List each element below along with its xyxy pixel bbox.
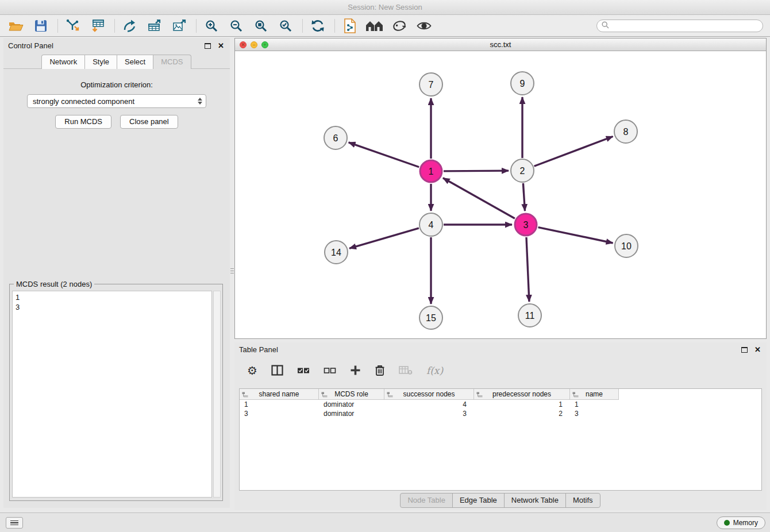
column-header-icon: [387, 391, 393, 399]
table-settings-gear-icon[interactable]: ⚙: [247, 365, 257, 376]
close-panel-button[interactable]: Close panel: [120, 115, 178, 129]
tab-network[interactable]: Network: [41, 55, 85, 69]
zoom-out-icon[interactable]: [227, 17, 245, 35]
toolbar-separator: [334, 19, 335, 33]
tab-node-table[interactable]: Node Table: [400, 493, 453, 508]
tab-network-table[interactable]: Network Table: [504, 493, 566, 508]
column-header-icon: [476, 391, 483, 399]
column-header-icon: [242, 391, 248, 399]
node-14[interactable]: 14: [325, 241, 348, 264]
float-table-panel-icon[interactable]: [741, 347, 748, 353]
maximize-window-icon[interactable]: [261, 41, 268, 48]
zoom-selected-icon[interactable]: [276, 17, 295, 35]
optimization-label: Optimization criterion:: [3, 80, 230, 89]
close-panel-icon[interactable]: [218, 42, 224, 49]
node-9[interactable]: 9: [511, 72, 534, 95]
delete-column-icon[interactable]: [375, 364, 385, 376]
cell-predecessor-nodes[interactable]: 2: [474, 409, 570, 418]
edge-2-8[interactable]: [534, 136, 613, 166]
column-header-mcds-role[interactable]: MCDS role: [319, 389, 384, 400]
run-mcds-button[interactable]: Run MCDS: [55, 115, 111, 129]
refresh-icon[interactable]: [309, 17, 327, 35]
import-network-icon[interactable]: [64, 17, 82, 35]
save-session-icon[interactable]: [32, 17, 50, 35]
close-window-icon[interactable]: [240, 41, 247, 48]
edge-3-1[interactable]: [443, 178, 515, 218]
node-4[interactable]: 4: [419, 213, 442, 236]
edge-2-3[interactable]: [523, 183, 525, 211]
toolbar-separator: [196, 19, 197, 33]
minimize-window-icon[interactable]: [251, 41, 257, 48]
cell-shared-name[interactable]: 3: [240, 409, 319, 418]
column-header-successor-nodes[interactable]: successor nodes: [384, 389, 474, 400]
node-15[interactable]: 15: [419, 306, 442, 329]
float-panel-icon[interactable]: [205, 43, 211, 49]
node-8[interactable]: 8: [614, 120, 637, 143]
cell-predecessor-nodes[interactable]: 1: [474, 400, 570, 409]
tab-motifs[interactable]: Motifs: [565, 493, 600, 508]
svg-text:1: 1: [429, 167, 434, 176]
export-image-icon[interactable]: [170, 17, 188, 35]
column-header-predecessor-nodes[interactable]: predecessor nodes: [474, 389, 570, 400]
tab-mcds[interactable]: MCDS: [153, 55, 191, 69]
show-columns-icon[interactable]: [271, 365, 283, 376]
column-header-name[interactable]: name: [570, 389, 619, 400]
edge-1-6[interactable]: [349, 142, 419, 167]
tab-edge-table[interactable]: Edge Table: [452, 493, 505, 508]
search-box[interactable]: [596, 20, 763, 32]
add-column-icon[interactable]: [350, 365, 361, 376]
node-7[interactable]: 7: [419, 73, 442, 96]
cell-successor-nodes[interactable]: 3: [384, 409, 474, 418]
optimization-dropdown[interactable]: strongly connected component: [27, 94, 206, 108]
edge-1-2[interactable]: [444, 171, 509, 171]
table-row[interactable]: 3 dominator 3 2 3: [240, 409, 761, 418]
style-palette-icon[interactable]: [390, 17, 409, 35]
tab-select[interactable]: Select: [117, 55, 153, 69]
zoom-fit-icon[interactable]: [252, 17, 270, 35]
tab-style[interactable]: Style: [84, 55, 117, 69]
import-table-icon[interactable]: [88, 17, 107, 35]
first-neighbors-icon[interactable]: [365, 17, 384, 35]
application-window: Session: New Session: [0, 0, 770, 532]
eye-icon[interactable]: [415, 17, 433, 35]
node-10[interactable]: 10: [615, 234, 638, 257]
select-all-icon[interactable]: [297, 367, 310, 375]
svg-text:4: 4: [429, 220, 434, 230]
column-header-icon: [321, 391, 328, 399]
mcds-result-list[interactable]: 1 3: [12, 291, 212, 498]
network-graph[interactable]: 7968124314101511: [235, 51, 766, 338]
node-1[interactable]: 1: [420, 160, 442, 182]
deselect-all-icon[interactable]: [324, 367, 336, 375]
close-table-panel-icon[interactable]: [754, 346, 761, 353]
delete-table-icon[interactable]: [399, 365, 413, 375]
cell-name[interactable]: 3: [570, 409, 619, 418]
export-network-icon[interactable]: [121, 17, 139, 35]
function-builder-icon[interactable]: f(x): [426, 365, 443, 376]
node-2[interactable]: 2: [511, 159, 534, 182]
zoom-in-icon[interactable]: [202, 17, 221, 35]
cell-successor-nodes[interactable]: 4: [384, 400, 474, 409]
cell-mcds-role[interactable]: dominator: [319, 409, 384, 418]
edge-3-10[interactable]: [538, 228, 613, 243]
export-table-icon[interactable]: [145, 17, 164, 35]
window-title: Session: New Session: [348, 3, 422, 11]
search-input[interactable]: [612, 22, 758, 30]
node-3[interactable]: 3: [515, 214, 537, 236]
table-row[interactable]: 1 dominator 4 1 1: [240, 400, 761, 409]
table-tabs: Node Table Edge Table Network Table Moti…: [234, 493, 767, 508]
node-11[interactable]: 11: [518, 304, 541, 327]
network-document-icon[interactable]: [341, 17, 359, 35]
task-history-button[interactable]: [6, 517, 23, 529]
cell-mcds-role[interactable]: dominator: [319, 400, 384, 409]
memory-button[interactable]: Memory: [717, 516, 765, 529]
toolbar-separator: [57, 19, 58, 33]
edge-3-11[interactable]: [526, 237, 529, 302]
result-scrollbar[interactable]: [213, 291, 221, 498]
column-header-shared-name[interactable]: shared name: [240, 389, 319, 400]
edge-4-14[interactable]: [349, 228, 419, 248]
cell-name[interactable]: 1: [570, 400, 619, 409]
panel-splitter[interactable]: [230, 264, 234, 277]
node-6[interactable]: 6: [324, 126, 347, 149]
cell-shared-name[interactable]: 1: [240, 400, 319, 409]
open-session-icon[interactable]: [7, 17, 25, 35]
